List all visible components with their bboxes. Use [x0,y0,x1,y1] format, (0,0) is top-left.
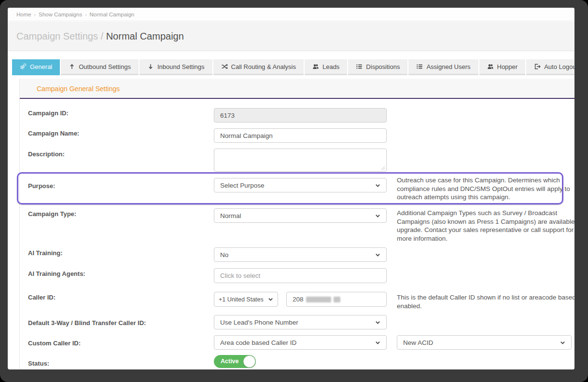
ai-training-agents-placeholder: Click to select [220,272,260,279]
tab-assigned-users[interactable]: Assigned Users [408,59,478,75]
tab-label: Assigned Users [426,63,470,70]
campaign-type-select[interactable]: Normal [214,208,387,223]
masked-digits [306,297,331,302]
campaign-type-value: Normal [220,212,241,219]
arrow-down-icon [147,63,154,70]
caller-id-number-value: 208 [293,296,304,303]
chevron-down-icon [560,340,565,345]
ai-training-select[interactable]: No [214,247,387,262]
breadcrumb-current: Normal Campaign [90,12,135,17]
tab-inbound-settings[interactable]: Inbound Settings [140,59,212,75]
purpose-help-text: Outreach use case for this Campaign. Det… [397,176,570,202]
tab-hopper[interactable]: Hopper [479,59,526,75]
breadcrumb: Home›Show Campaigns›Normal Campaign [8,8,574,21]
page-header: Campaign Settings / Normal Campaign [8,22,574,51]
transfer-caller-id-label: Default 3-Way / Blind Transfer Caller ID… [28,319,146,327]
tab-label: General [30,63,52,70]
caller-id-label: Caller ID: [28,294,56,301]
tab-label: Leads [322,63,339,70]
breadcrumb-separator: › [34,12,36,17]
users-icon [487,63,494,70]
status-toggle-label: Active [221,358,239,365]
masked-digits [334,297,340,302]
sign-out-icon [534,63,541,70]
chevron-down-icon [375,252,380,258]
window-frame: Home›Show Campaigns›Normal Campaign Camp… [0,0,588,382]
campaign-id-value: 6173 [220,112,235,119]
custom-caller-id-select[interactable]: Area code based Caller ID [214,335,387,350]
shuffle-icon [221,63,228,70]
tab-outbound-settings[interactable]: Outbound Settings [61,59,139,75]
status-toggle-knob[interactable] [243,355,255,368]
caller-id-help-text: This is the default Caller ID shown if n… [397,293,574,310]
description-textarea[interactable] [214,149,387,172]
campaign-id-label: Campaign ID: [28,109,69,117]
campaign-id-input: 6173 [214,108,387,123]
transfer-caller-id-value: Use Lead's Phone Number [220,319,298,326]
panel-title: Campaign General Settings [37,85,120,93]
tab-bar: General Outbound Settings Inbound Settin… [12,59,574,75]
ai-training-label: AI Training: [28,249,63,257]
list-icon [356,63,363,70]
custom-caller-id-label: Custom Caller ID: [28,340,81,347]
purpose-label: Purpose: [28,182,55,190]
transfer-caller-id-select[interactable]: Use Lead's Phone Number [214,315,387,329]
breadcrumb-home[interactable]: Home [16,12,31,17]
tab-label: Outbound Settings [79,63,131,70]
custom-caller-id-acid-value: New ACID [403,339,433,346]
purpose-select[interactable]: Select Purpose [214,178,387,192]
campaign-name-label: Campaign Name: [28,130,79,137]
status-label: Status: [28,360,49,367]
users-icon [312,63,319,70]
resize-grip-icon[interactable] [381,166,385,170]
tab-label: Call Routing & Analysis [231,63,296,70]
tab-general[interactable]: General [12,59,60,75]
campaign-type-help-text: Additional Campaign Types such as Survey… [397,209,574,243]
purpose-value: Select Purpose [220,182,265,189]
custom-caller-id-acid-select[interactable]: New ACID [397,335,572,350]
caller-id-country-select[interactable]: +1 United States [214,292,278,307]
tab-label: Hopper [497,63,518,70]
arrow-up-icon [69,63,75,70]
caller-id-country-value: +1 United States [219,296,264,303]
tab-label: Dispositions [366,63,400,70]
ai-training-agents-input[interactable]: Click to select [214,268,387,283]
chevron-down-icon [375,213,380,218]
tab-dispositions[interactable]: Dispositions [348,59,407,75]
tab-label: Auto Logout [544,63,574,70]
description-label: Description: [28,150,65,158]
chevron-down-icon [268,297,273,302]
breadcrumb-separator: › [85,12,86,17]
panel-header: Campaign General Settings [20,79,574,99]
campaign-type-label: Campaign Type: [28,210,76,218]
ai-training-agents-label: AI Training Agents: [28,270,85,277]
breadcrumb-show-campaigns[interactable]: Show Campaigns [39,12,82,17]
app-window: Home›Show Campaigns›Normal Campaign Camp… [8,8,574,369]
tab-auto-logout[interactable]: Auto Logout [526,59,574,75]
status-toggle[interactable]: Active [214,355,256,368]
campaign-name-input[interactable]: Normal Campaign [214,128,387,143]
list-icon [416,63,423,70]
caller-id-number-input[interactable]: 208 [286,292,387,307]
custom-caller-id-value: Area code based Caller ID [220,339,296,346]
page-title: Campaign Settings / Normal Campaign [16,31,184,42]
page-title-current: Normal Campaign [106,31,184,41]
tab-leads[interactable]: Leads [305,59,347,75]
chevron-down-icon [375,183,380,188]
page-title-prefix: Campaign Settings / [16,31,106,41]
chevron-down-icon [375,320,380,325]
tab-label: Inbound Settings [157,63,205,70]
cogs-icon [20,63,27,70]
chevron-down-icon [375,340,380,345]
campaign-name-value: Normal Campaign [220,132,273,139]
ai-training-value: No [220,251,228,259]
tab-call-routing-analysis[interactable]: Call Routing & Analysis [213,59,304,75]
